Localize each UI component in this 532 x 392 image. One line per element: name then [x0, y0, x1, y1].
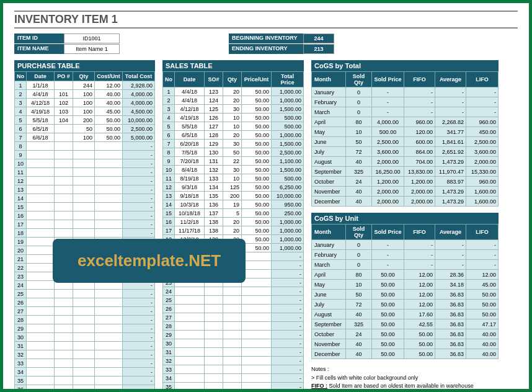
cell[interactable] — [223, 313, 242, 322]
cell[interactable]: 22 — [223, 157, 242, 166]
cell[interactable]: 200 — [73, 116, 95, 125]
cell[interactable] — [242, 331, 272, 339]
cell[interactable] — [223, 365, 242, 374]
cell[interactable] — [95, 368, 123, 376]
cell[interactable] — [73, 168, 95, 177]
cell[interactable]: 11/2/18 — [175, 218, 205, 226]
cell[interactable] — [95, 350, 123, 359]
cell[interactable]: 136 — [205, 200, 223, 209]
cell[interactable] — [223, 374, 242, 383]
cell[interactable]: 50.00 — [95, 133, 123, 142]
cell[interactable] — [242, 270, 272, 278]
cell[interactable]: 10 — [223, 122, 242, 131]
cell[interactable] — [27, 168, 55, 177]
cell[interactable] — [27, 246, 55, 255]
cell[interactable]: 135 — [205, 192, 223, 200]
cell[interactable] — [95, 159, 123, 168]
cell[interactable]: 50.00 — [242, 114, 272, 122]
cell[interactable] — [27, 298, 55, 307]
cell[interactable]: 50.00 — [242, 131, 272, 140]
cell[interactable]: 50.00 — [95, 116, 123, 125]
cell[interactable] — [27, 194, 55, 203]
cell[interactable]: 10 — [223, 174, 242, 183]
cell[interactable]: 50.00 — [242, 96, 272, 105]
cell[interactable]: 20 — [223, 226, 242, 235]
cell[interactable] — [55, 133, 73, 142]
cell[interactable]: 134 — [205, 183, 223, 192]
cell[interactable] — [242, 296, 272, 305]
cell[interactable] — [55, 125, 73, 133]
cell[interactable]: 129 — [205, 140, 223, 148]
cell[interactable] — [27, 359, 55, 368]
cell[interactable] — [175, 331, 205, 339]
cell[interactable] — [27, 255, 55, 264]
cell[interactable]: 50.00 — [242, 192, 272, 200]
cell[interactable] — [55, 194, 73, 203]
cell[interactable] — [73, 368, 95, 376]
cell[interactable] — [205, 383, 223, 391]
cell[interactable]: 20 — [223, 131, 242, 140]
cell[interactable] — [55, 151, 73, 159]
cell[interactable] — [73, 142, 95, 151]
cell[interactable] — [223, 357, 242, 365]
cell[interactable] — [223, 348, 242, 357]
cell[interactable]: 103 — [55, 107, 73, 116]
cell[interactable] — [73, 376, 95, 385]
cell[interactable] — [55, 350, 73, 359]
cell[interactable] — [95, 290, 123, 298]
cell[interactable] — [27, 151, 55, 159]
cell[interactable] — [27, 185, 55, 194]
cell[interactable] — [175, 313, 205, 322]
cell[interactable] — [242, 365, 272, 374]
cell[interactable]: 50 — [73, 125, 95, 133]
cell[interactable] — [242, 374, 272, 383]
cell[interactable]: 50.00 — [242, 218, 272, 226]
cell[interactable]: 124 — [205, 96, 223, 105]
cell[interactable] — [55, 298, 73, 307]
cell[interactable] — [73, 177, 95, 185]
cell[interactable]: 50.00 — [242, 200, 272, 209]
cell[interactable] — [205, 339, 223, 348]
cell[interactable]: 50.00 — [242, 157, 272, 166]
cell[interactable]: 200 — [223, 192, 242, 200]
cell[interactable] — [95, 194, 123, 203]
cell[interactable] — [55, 168, 73, 177]
cell[interactable]: 4/4/18 — [27, 90, 55, 99]
cell[interactable]: 10/3/18 — [175, 200, 205, 209]
value-item-id[interactable]: ID1001 — [64, 33, 120, 43]
cell[interactable] — [95, 177, 123, 185]
cell[interactable] — [175, 374, 205, 383]
cell[interactable]: 138 — [205, 226, 223, 235]
cell[interactable] — [95, 307, 123, 316]
cell[interactable] — [175, 383, 205, 391]
cell[interactable] — [95, 316, 123, 324]
cell[interactable] — [95, 376, 123, 385]
cell[interactable]: 50.00 — [242, 226, 272, 235]
cell[interactable] — [95, 142, 123, 151]
cell[interactable] — [27, 238, 55, 246]
cell[interactable] — [55, 159, 73, 168]
cell[interactable]: 50.00 — [242, 105, 272, 114]
cell[interactable] — [27, 220, 55, 229]
cell[interactable] — [223, 305, 242, 313]
cell[interactable]: 9/3/18 — [175, 183, 205, 192]
cell[interactable]: 30 — [223, 140, 242, 148]
cell[interactable]: 138 — [205, 218, 223, 226]
cell[interactable] — [55, 324, 73, 333]
cell[interactable]: 4/12/18 — [175, 105, 205, 114]
cell[interactable] — [242, 261, 272, 270]
cell[interactable] — [55, 229, 73, 238]
cell[interactable] — [73, 220, 95, 229]
cell[interactable]: 10 — [223, 114, 242, 122]
cell[interactable]: 6/20/18 — [175, 140, 205, 148]
cell[interactable]: 50.00 — [242, 244, 272, 252]
cell[interactable]: 100 — [73, 99, 95, 107]
cell[interactable]: 4/4/18 — [175, 87, 205, 96]
cell[interactable] — [175, 357, 205, 365]
cell[interactable]: 50.00 — [242, 209, 272, 218]
cell[interactable] — [27, 324, 55, 333]
cell[interactable] — [55, 376, 73, 385]
cell[interactable] — [223, 287, 242, 296]
cell[interactable]: 101 — [55, 90, 73, 99]
cell[interactable] — [73, 333, 95, 342]
